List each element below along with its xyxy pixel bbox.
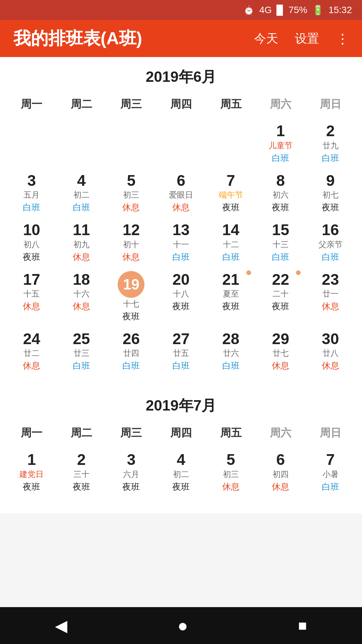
- lunar-text: 初三: [123, 190, 139, 200]
- shift-label: 夜班: [23, 481, 40, 493]
- lunar-text: 爱眼日: [169, 190, 193, 200]
- day-number: 29: [272, 330, 289, 347]
- calendar-day[interactable]: 3五月白班: [7, 168, 57, 218]
- calendar-day[interactable]: 25廿三白班: [57, 326, 107, 376]
- june-grid: 1儿童节白班2廿九白班3五月白班4初二白班5初三休息6爱眼日休息7端午节夜班8初…: [0, 118, 362, 379]
- calendar-day[interactable]: 27廿五白班: [156, 326, 206, 376]
- calendar-day[interactable]: 5初三休息: [106, 168, 156, 218]
- calendar-day[interactable]: 15十三白班: [256, 217, 306, 267]
- week-sat: 周六: [256, 422, 306, 444]
- today-button[interactable]: 今天: [254, 31, 278, 47]
- day-number: 4: [77, 172, 86, 189]
- calendar-day[interactable]: 2廿九白班: [305, 118, 355, 168]
- shift-label: 白班: [172, 360, 190, 372]
- app-title: 我的排班表(A班): [13, 27, 254, 50]
- week-mon: 周一: [7, 422, 57, 444]
- calendar-day[interactable]: 19十七夜班: [106, 267, 156, 326]
- shift-label: 休息: [222, 481, 240, 493]
- day-number: 17: [23, 271, 40, 288]
- june-week-header: 周一 周二 周三 周四 周五 周六 周日: [0, 90, 362, 118]
- lunar-text: 廿七: [273, 348, 289, 359]
- calendar-day[interactable]: 8初六夜班: [256, 168, 306, 218]
- shift-label: 夜班: [172, 301, 190, 312]
- shift-label: 白班: [322, 251, 339, 263]
- calendar-day[interactable]: 10初八夜班: [7, 217, 57, 267]
- calendar-day[interactable]: 4初二夜班: [156, 447, 206, 497]
- calendar-day[interactable]: 9初七夜班: [305, 168, 355, 218]
- calendar-day[interactable]: 1建党日夜班: [7, 447, 57, 497]
- week-sat: 周六: [256, 94, 306, 115]
- day-number: 19: [118, 271, 144, 298]
- calendar-day[interactable]: 18十六休息: [57, 267, 107, 326]
- calendar-day[interactable]: 1儿童节白班: [256, 118, 306, 168]
- shift-label: 休息: [272, 360, 289, 372]
- day-number: 12: [123, 221, 140, 238]
- time-display: 15:32: [328, 5, 352, 15]
- day-number: 10: [23, 221, 40, 238]
- empty-cell: [57, 118, 107, 168]
- shift-label: 白班: [322, 152, 339, 164]
- calendar-day[interactable]: 16父亲节白班: [305, 217, 355, 267]
- calendar-day[interactable]: 11初九休息: [57, 217, 107, 267]
- shift-label: 夜班: [23, 251, 40, 263]
- day-number: 6: [177, 172, 185, 189]
- empty-cell: [156, 118, 206, 168]
- calendar-day[interactable]: 12初十休息: [106, 217, 156, 267]
- lunar-text: 初九: [73, 239, 89, 250]
- shift-label: 白班: [322, 481, 339, 493]
- calendar-day[interactable]: 17十五休息: [7, 267, 57, 326]
- week-tue: 周二: [57, 94, 107, 115]
- calendar-day[interactable]: 3六月夜班: [106, 447, 156, 497]
- calendar-day[interactable]: 6爱眼日休息: [156, 168, 206, 218]
- signal-icon: ▉: [277, 5, 284, 16]
- june-section: 2019年6月 周一 周二 周三 周四 周五 周六 周日 1儿童节白班2廿九白班…: [0, 57, 362, 379]
- lunar-text: 三十: [73, 469, 89, 480]
- shift-label: 白班: [272, 251, 289, 263]
- lunar-text: 十六: [73, 288, 89, 299]
- lunar-text: 十二: [223, 239, 239, 250]
- calendar-day[interactable]: 14十二白班: [206, 217, 256, 267]
- calendar-day[interactable]: 6初四休息: [256, 447, 306, 497]
- lunar-text: 廿三: [73, 348, 89, 359]
- calendar-day[interactable]: 20十八夜班: [156, 267, 206, 326]
- calendar-day[interactable]: 23廿一休息: [305, 267, 355, 326]
- lunar-text: 初二: [173, 469, 189, 480]
- calendar-day[interactable]: 21夏至夜班: [206, 267, 256, 326]
- day-number: 6: [276, 451, 285, 468]
- calendar-day[interactable]: 29廿七休息: [256, 326, 306, 376]
- lunar-text: 廿二: [23, 348, 40, 359]
- shift-label: 白班: [222, 251, 240, 263]
- battery-icon: 🔋: [312, 5, 324, 16]
- calendar-day[interactable]: 26廿四白班: [106, 326, 156, 376]
- shift-label: 白班: [73, 360, 90, 372]
- home-button[interactable]: [177, 615, 188, 636]
- calendar-day[interactable]: 4初二白班: [57, 168, 107, 218]
- day-number: 22: [272, 271, 289, 288]
- day-number: 26: [123, 330, 140, 347]
- lunar-text: 十一: [173, 239, 189, 250]
- calendar-day[interactable]: 13十一白班: [156, 217, 206, 267]
- shift-label: 白班: [73, 202, 90, 213]
- lunar-text: 儿童节: [268, 140, 293, 151]
- back-button[interactable]: [55, 616, 67, 635]
- settings-button[interactable]: 设置: [295, 31, 319, 47]
- calendar-day[interactable]: 5初三休息: [206, 447, 256, 497]
- july-section: 2019年7月 周一 周二 周三 周四 周五 周六 周日 1建党日夜班2三十夜班…: [0, 386, 362, 500]
- calendar-day[interactable]: 24廿二休息: [7, 326, 57, 376]
- calendar-day[interactable]: 28廿六白班: [206, 326, 256, 376]
- shift-label: 休息: [23, 360, 40, 372]
- lunar-text: 十八: [173, 288, 189, 299]
- day-number: 2: [326, 122, 335, 140]
- calendar-day[interactable]: 30廿八休息: [305, 326, 355, 376]
- recent-apps-button[interactable]: [298, 617, 307, 634]
- week-thu: 周四: [156, 94, 206, 115]
- shift-label: 白班: [222, 360, 240, 372]
- calendar-day[interactable]: 22二十夜班: [256, 267, 306, 326]
- july-week-header: 周一 周二 周三 周四 周五 周六 周日: [0, 419, 362, 447]
- day-number: 1: [276, 122, 285, 140]
- calendar-day[interactable]: 2三十夜班: [57, 447, 107, 497]
- more-menu-icon[interactable]: ⋮: [336, 31, 349, 46]
- shift-label: 夜班: [73, 481, 90, 493]
- calendar-day[interactable]: 7小暑白班: [305, 447, 355, 497]
- calendar-day[interactable]: 7端午节夜班: [206, 168, 256, 218]
